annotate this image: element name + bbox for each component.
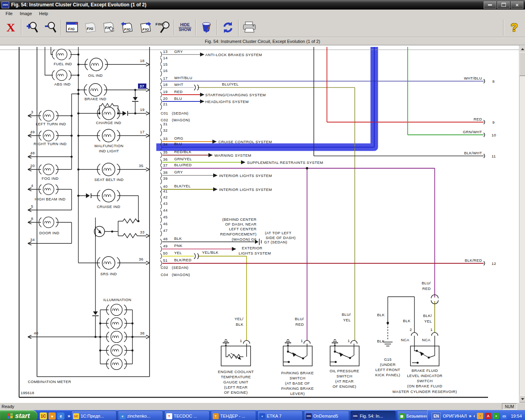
quick-launch-icon[interactable]: 1С xyxy=(40,412,47,420)
diagram-label: HIGH BEAM IND xyxy=(35,197,66,201)
diagram-label: RED/BLK xyxy=(174,150,192,154)
refresh-button[interactable] xyxy=(219,19,237,36)
connector-pin-number: 46 xyxy=(163,222,167,226)
connector-pin-number: 44 xyxy=(163,208,167,212)
diagram-label: OIL PRESSURE xyxy=(330,369,360,373)
scroll-down-button[interactable] xyxy=(519,395,525,402)
tray-icon[interactable]: A xyxy=(485,413,491,419)
next-figure-button[interactable]: FIG xyxy=(136,19,154,36)
diagram-label: YEL/BLK xyxy=(202,250,219,255)
diagram-label: 8 xyxy=(31,216,33,221)
diagram-label: NCA xyxy=(401,338,410,342)
help-button[interactable]: ? xyxy=(505,19,523,36)
connector-pin-number: 39 xyxy=(163,176,167,181)
circuit-wires[interactable] xyxy=(161,47,484,340)
diagram-label: MALFUNCTION xyxy=(94,144,123,148)
taskbar-task-button[interactable]: ●ETKA 7 xyxy=(257,411,303,420)
diagram-label: SRS IND xyxy=(100,272,117,276)
close-button[interactable]: × xyxy=(511,1,523,9)
app-icon: ODS xyxy=(2,2,9,8)
menu-help[interactable]: Help xyxy=(36,10,51,17)
figure-frame xyxy=(0,47,519,397)
paint-bucket-icon xyxy=(199,20,214,35)
quick-launch-chevron-icon[interactable]: » xyxy=(67,413,71,419)
minimize-button[interactable] xyxy=(484,1,496,9)
diagram-label: (AT REAR xyxy=(335,379,354,383)
taskbar-task-button[interactable]: ▦Безымянн... xyxy=(397,411,428,420)
task-icon: ● xyxy=(259,413,265,419)
task-icon: e xyxy=(120,413,126,419)
diagram-label: BLK/RED xyxy=(174,258,191,262)
connector-pin-number: 50 xyxy=(163,251,167,255)
diagram-label: OF ENGINE) xyxy=(332,384,356,389)
diagram-label: RED xyxy=(422,286,431,291)
tray-icon[interactable]: ▭ xyxy=(501,413,507,419)
connector-pin-number: 18 xyxy=(163,82,167,87)
diagram-label: NCA xyxy=(422,338,431,342)
task-label: ТЕНДЕР - ... xyxy=(220,414,245,418)
diagram-label: C02 xyxy=(161,265,168,270)
menu-image[interactable]: Image xyxy=(17,10,35,17)
taskbar-task-button[interactable]: ТТЕНДЕР - ... xyxy=(211,411,256,420)
diagram-label: SUPPLEMENTAL RESTRAINTS SYSTEM xyxy=(247,160,323,165)
start-button[interactable]: start xyxy=(0,410,37,420)
diagram-canvas[interactable]: 1314151617181920213132333435363738394041… xyxy=(0,45,525,402)
print-button[interactable] xyxy=(240,19,259,36)
taskbar-task-button[interactable]: ezinchenko... xyxy=(118,411,163,420)
language-indicator[interactable]: EN xyxy=(432,412,441,420)
toolbar: X FIG FIG xyxy=(0,18,525,37)
annotate-button[interactable] xyxy=(197,19,216,36)
quick-launch-icon[interactable]: ● xyxy=(49,412,56,420)
diagram-label: 35 xyxy=(139,163,143,168)
hide-show-button[interactable]: HIDE SHOW xyxy=(176,19,194,36)
figure-window-button[interactable]: FIG xyxy=(63,19,81,36)
figure-list-button[interactable]: FIG xyxy=(81,19,99,36)
diagram-label: (BEHIND CENTER xyxy=(222,217,257,222)
find-button[interactable]: FIND xyxy=(154,19,173,36)
diagram-label: 2 xyxy=(410,327,412,332)
hide-show-icon: HIDE SHOW xyxy=(179,23,191,32)
connector-pin-number: 45 xyxy=(163,215,167,219)
taskbar-task-button[interactable]: ODSFig. 54: In... xyxy=(350,411,396,420)
figure-caption-bar: Fig. 54: Instrument Cluster Circuit, Exc… xyxy=(0,37,525,45)
connector-pin-number: 41 xyxy=(163,189,167,193)
diagram-label: 34 xyxy=(30,237,35,242)
diagram-label: BLK xyxy=(403,319,410,323)
taskbar-clock[interactable]: 19:54 xyxy=(509,414,522,418)
vertical-scrollbar[interactable] xyxy=(519,45,525,402)
diagram-label: YEL xyxy=(174,251,182,255)
scroll-up-button[interactable] xyxy=(519,45,525,52)
diagram-label: OF DASH, NEAR xyxy=(225,222,257,226)
menu-file[interactable]: File xyxy=(2,10,16,17)
restore-button[interactable] xyxy=(497,1,510,9)
taskbar-task-button[interactable]: TTECDOC ... xyxy=(164,411,210,420)
tray-icon[interactable]: ◔ xyxy=(477,413,483,419)
zoom-out-button[interactable] xyxy=(41,19,60,36)
connector-pin-number: 34 xyxy=(163,142,167,146)
tray-expand-icon[interactable]: ‹ xyxy=(473,413,475,419)
zoom-in-button[interactable] xyxy=(23,19,41,36)
tray-chevron-icon[interactable]: » xyxy=(469,413,472,419)
taskbar-task-button[interactable]: 1С1C:Предп... xyxy=(71,411,117,420)
diagram-label: 19 xyxy=(140,107,144,112)
close-figure-button[interactable]: X xyxy=(2,19,20,36)
diagram-label: (ON BRAKE FLUID xyxy=(407,384,442,388)
start-label: start xyxy=(15,412,30,420)
diagram-label: CHARGE IND xyxy=(96,121,121,125)
diagram-label: 1 xyxy=(240,338,242,343)
connector-pin-number: 19 xyxy=(163,89,167,94)
taskbar-task-button[interactable]: ODSOnDemand5 xyxy=(304,411,349,420)
diagram-label: BLU/ xyxy=(295,317,304,321)
previous-figure-button[interactable]: FIG xyxy=(118,19,136,36)
layout-switcher-label[interactable]: ОРИГИНАЛ xyxy=(443,414,467,418)
tray-icon[interactable]: ● xyxy=(493,413,499,419)
quick-launch-icon[interactable]: e xyxy=(57,412,64,420)
diagram-label: PARKING BRAKE xyxy=(281,371,314,375)
figure-pan-button[interactable]: FIG xyxy=(99,19,118,36)
status-text: Ready xyxy=(0,404,502,409)
window-title: Fig. 54: Instrument Cluster Circuit, Exc… xyxy=(11,2,483,8)
diagram-label: WHT xyxy=(174,82,183,87)
num-lock-indicator: NUM xyxy=(502,403,517,410)
indicator-bulbs xyxy=(39,49,127,369)
scrollbar-thumb[interactable] xyxy=(519,52,525,76)
